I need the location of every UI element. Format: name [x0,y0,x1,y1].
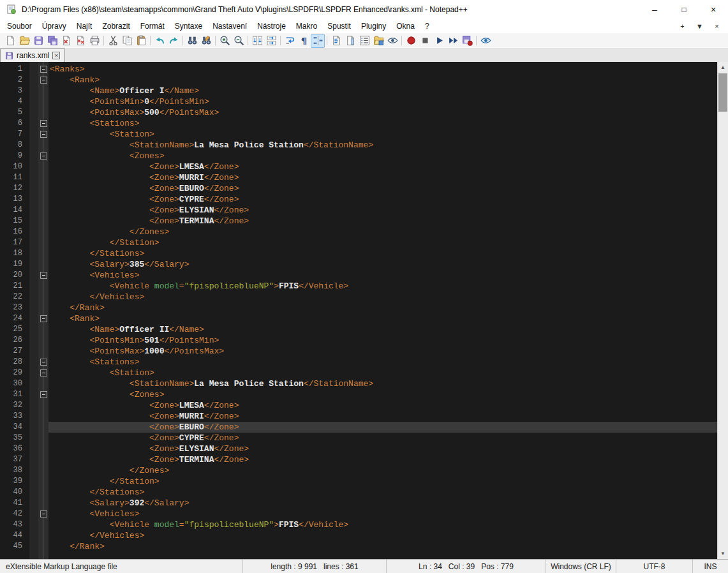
code-line[interactable]: <Salary>385</Salary> [48,259,717,270]
show-all-characters-icon[interactable]: ¶ [297,34,311,48]
code-line[interactable]: <Zone>TERMINA</Zone> [48,216,717,227]
code-line[interactable]: <Zone>MURRI</Zone> [48,411,717,422]
code-line[interactable]: </Zones> [48,227,717,237]
code-line[interactable]: <Vehicle model="fpispoliceblueNP">FPIS</… [48,281,717,292]
fold-toggle-icon[interactable] [40,510,47,517]
code-line[interactable]: <Zone>ELYSIAN</Zone> [48,443,717,454]
code-line[interactable]: <Zone>EBURO</Zone> [48,422,717,433]
code-line[interactable]: <Vehicles> [48,270,717,281]
save-icon[interactable] [31,34,45,48]
code-line[interactable]: <Zone>MURRI</Zone> [48,172,717,183]
code-line[interactable]: <StationName>La Mesa Police Station</Sta… [48,378,717,389]
menu-item-makro[interactable]: Makro [291,20,322,33]
code-line[interactable]: </Vehicles> [48,530,717,541]
code-line[interactable]: <PointsMax>500</PointsMax> [48,107,717,118]
code-line[interactable]: <PointsMin>501</PointsMin> [48,335,717,346]
code-line[interactable]: <Salary>392</Salary> [48,498,717,509]
menu-tab-list-button[interactable]: ▼ [691,22,708,30]
monitoring-icon[interactable] [385,34,399,48]
menu-item-syntaxe[interactable]: Syntaxe [170,20,207,33]
close-file-icon[interactable] [59,34,73,48]
menu-close-doc-button[interactable]: × [708,22,725,30]
menu-item-help[interactable]: ? [420,20,435,33]
fold-toggle-icon[interactable] [40,315,47,322]
sync-scroll-horizontal-icon[interactable] [264,34,278,48]
menu-item-spustit[interactable]: Spustit [322,20,356,33]
record-macro-icon[interactable] [404,34,418,48]
copy-icon[interactable] [120,34,134,48]
code-line[interactable]: <Stations> [48,118,717,129]
menu-item-okna[interactable]: Okna [391,20,420,33]
document-list-icon[interactable] [357,34,371,48]
close-all-icon[interactable] [73,34,87,48]
code-line[interactable]: <Zone>CYPRE</Zone> [48,194,717,205]
tab-ranks-xml[interactable]: ranks.xml × [0,48,65,62]
playback-macro-icon[interactable] [432,34,446,48]
scrollbar-thumb[interactable] [718,73,727,112]
code-line[interactable]: <PointsMax>1000</PointsMax> [48,346,717,357]
zoom-in-icon[interactable] [218,34,232,48]
code-line[interactable]: </Vehicles> [48,292,717,302]
replace-icon[interactable] [199,34,213,48]
run-macro-multiple-icon[interactable] [446,34,460,48]
cut-icon[interactable] [106,34,120,48]
fold-toggle-icon[interactable] [40,272,47,279]
word-wrap-icon[interactable] [283,34,297,48]
new-file-icon[interactable] [3,34,17,48]
status-insert-mode[interactable]: INS [692,560,728,573]
find-icon[interactable] [185,34,199,48]
code-line[interactable]: </Stations> [48,248,717,259]
stop-record-icon[interactable] [418,34,432,48]
code-line[interactable]: <Vehicles> [48,509,717,519]
code-line[interactable]: </Station> [48,476,717,487]
scroll-up-icon[interactable]: ▲ [718,62,728,73]
bookmark-margin[interactable] [29,62,38,559]
code-line[interactable]: <StationName>La Mesa Police Station</Sta… [48,140,717,151]
fold-toggle-icon[interactable] [40,153,47,160]
code-line[interactable]: <Zone>EBURO</Zone> [48,183,717,194]
paste-icon[interactable] [134,34,148,48]
menu-item-soubor[interactable]: Soubor [2,20,37,33]
status-eol-format[interactable]: Windows (CR LF) [546,560,616,573]
scroll-down-icon[interactable]: ▼ [718,548,728,559]
fold-toggle-icon[interactable] [40,131,47,138]
menu-item-najit[interactable]: Najít [71,20,98,33]
menu-item-nastroje[interactable]: Nástroje [252,20,291,33]
code-line[interactable]: <Zones> [48,389,717,400]
fold-toggle-icon[interactable] [40,391,47,398]
fold-toggle-icon[interactable] [40,77,47,84]
code-line[interactable]: <Zone>LMESA</Zone> [48,400,717,411]
folder-as-workspace-icon[interactable] [371,34,385,48]
menu-item-zobrazit[interactable]: Zobrazit [97,20,135,33]
tab-close-icon[interactable]: × [52,52,60,59]
redo-icon[interactable] [167,34,181,48]
code-line[interactable]: <Zone>LMESA</Zone> [48,161,717,172]
code-line[interactable]: <Zone>TERMINA</Zone> [48,454,717,465]
menu-item-nastaveni[interactable]: Nastavení [207,20,252,33]
undo-icon[interactable] [152,34,167,48]
code-area[interactable]: <Ranks> <Rank> <Name>Officer I</Name> <P… [48,62,717,559]
menu-item-upravy[interactable]: Úpravy [37,20,71,33]
fold-toggle-icon[interactable] [40,359,47,366]
fold-toggle-icon[interactable] [40,120,47,127]
sync-scroll-vertical-icon[interactable] [250,34,264,48]
indent-guide-icon[interactable] [311,34,325,48]
code-line[interactable]: <Zone>CYPRE</Zone> [48,433,717,443]
code-line[interactable]: <Zones> [48,151,717,161]
close-window-button[interactable]: × [699,0,728,19]
print-icon[interactable] [87,34,101,48]
code-line[interactable]: <Station> [48,129,717,140]
code-line[interactable]: <Rank> [48,75,717,86]
menu-plus-button[interactable]: + [674,22,691,30]
function-list-icon[interactable] [329,34,343,48]
document-map-icon[interactable] [343,34,357,48]
fold-toggle-icon[interactable] [40,66,47,73]
status-encoding[interactable]: UTF-8 [616,560,692,573]
code-line[interactable]: <Ranks> [48,64,717,75]
document-monitor-plugin-icon[interactable] [479,34,493,48]
menu-item-pluginy[interactable]: Pluginy [356,20,391,33]
code-line[interactable]: <Zone>ELYSIAN</Zone> [48,205,717,216]
code-line[interactable]: </Station> [48,237,717,248]
code-line[interactable]: </Stations> [48,487,717,498]
code-line[interactable]: </Rank> [48,541,717,552]
